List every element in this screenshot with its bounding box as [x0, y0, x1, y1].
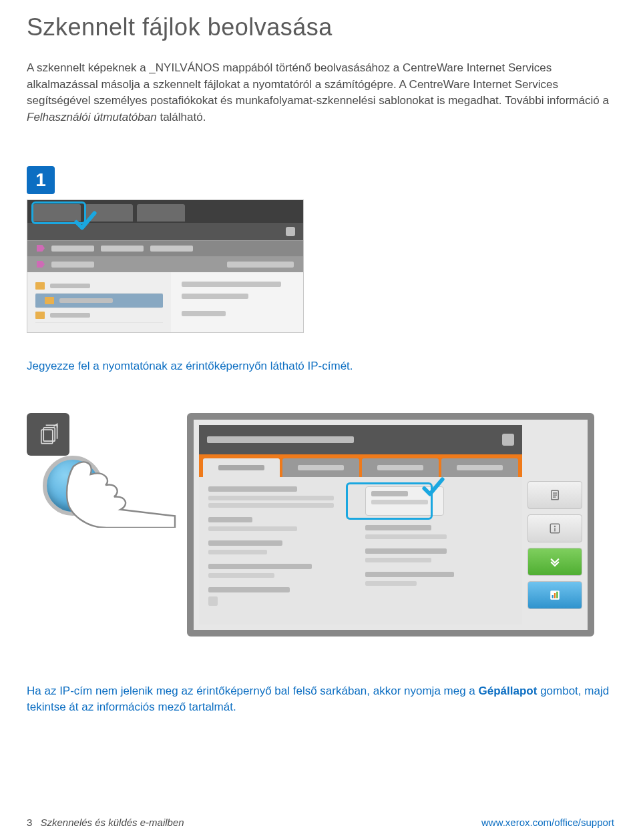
svg-rect-10 — [552, 595, 554, 598]
svg-rect-12 — [556, 591, 558, 598]
svg-rect-11 — [554, 593, 556, 598]
field-label — [365, 548, 447, 554]
webui-main — [171, 272, 303, 332]
field-value — [208, 573, 274, 578]
sidebar-label — [50, 313, 90, 318]
check-icon — [422, 477, 445, 500]
check-icon — [74, 211, 97, 234]
crumb-item — [101, 246, 144, 252]
sidebar-row[interactable] — [35, 279, 163, 294]
content-line — [182, 294, 248, 299]
field-label — [365, 525, 431, 530]
touchpanel-tab-active[interactable] — [203, 458, 280, 477]
hardware-button-illustration — [27, 413, 160, 546]
sidebar-label — [59, 298, 113, 303]
touchpanel-col-right — [365, 486, 513, 615]
field-label — [208, 540, 282, 546]
user-icon — [286, 227, 295, 236]
webui-subheader — [27, 256, 303, 272]
field-value — [208, 496, 334, 500]
touchpanel-figure — [27, 413, 614, 637]
side-button-info[interactable] — [527, 514, 582, 542]
info-icon — [548, 522, 562, 534]
side-button-down[interactable] — [527, 548, 582, 576]
touchpanel-side-buttons — [527, 425, 582, 624]
svg-point-7 — [554, 525, 556, 526]
field-label — [208, 587, 290, 592]
step2-note: Ha az IP-cím nem jelenik meg az érintőké… — [27, 683, 614, 716]
field-value — [365, 534, 447, 539]
footer-right: www.xerox.com/office/support — [481, 817, 614, 828]
tab-label — [377, 465, 423, 470]
webui-illustration — [27, 199, 304, 333]
arrow-icon — [37, 261, 45, 268]
chevron-down-icon — [548, 556, 562, 568]
arrow-icon — [37, 245, 45, 252]
touchpanel-illustration — [187, 413, 594, 637]
tab-label — [218, 465, 264, 470]
touchpanel-body — [199, 477, 522, 624]
touchpanel-main — [199, 425, 522, 624]
folder-icon — [45, 297, 54, 304]
page-title: Szkennelt fájlok beolvasása — [27, 13, 614, 41]
field-value — [208, 503, 334, 508]
doc-stack-icon — [37, 423, 59, 446]
field-label — [208, 486, 297, 492]
note2-bold: Gépállapot — [479, 685, 538, 697]
info-field — [208, 486, 356, 508]
intro-paragraph: A szkennelt képeknek a _NYILVÁNOS mappáb… — [27, 60, 614, 126]
crumb-item — [51, 262, 94, 268]
touchpanel-tab[interactable] — [441, 458, 518, 477]
tab-label — [298, 465, 344, 470]
webui-tab[interactable] — [137, 204, 185, 222]
footer-link[interactable]: www.xerox.com/office/support — [481, 817, 614, 828]
sidebar-row-selected[interactable] — [35, 294, 163, 308]
intro-text-1: A szkennelt képeknek a _NYILVÁNOS mappáb… — [27, 61, 609, 107]
hand-pointer-icon — [56, 448, 176, 528]
footer-section: Szkennelés és küldés e-mailben — [41, 817, 184, 828]
field-label — [208, 564, 312, 569]
tab-label — [457, 465, 503, 470]
webui-body — [27, 272, 303, 332]
svg-rect-8 — [554, 528, 556, 531]
info-field — [365, 572, 513, 586]
info-field — [365, 525, 513, 539]
help-icon[interactable] — [502, 434, 514, 446]
side-button-document[interactable] — [527, 481, 582, 509]
field-value — [365, 558, 431, 562]
field-label — [365, 572, 454, 577]
field-value — [208, 526, 297, 531]
info-field — [365, 548, 513, 562]
intro-text-2: található. — [157, 111, 206, 123]
field-value — [365, 581, 417, 586]
touchpanel-tab-bar — [199, 454, 522, 477]
document-icon — [548, 489, 562, 501]
footer-page-number: 3 — [27, 817, 32, 828]
content-line — [182, 282, 282, 287]
page-footer: 3 Szkennelés és küldés e-mailben www.xer… — [27, 817, 614, 828]
folder-icon — [35, 282, 45, 290]
field-value — [371, 500, 428, 504]
webui-sidebar — [27, 272, 171, 332]
intro-italic: Felhasználói útmutatóban — [27, 111, 157, 123]
touchpanel-title — [207, 436, 354, 443]
step-number-badge: 1 — [27, 166, 55, 194]
crumb-item — [227, 262, 294, 268]
info-field — [208, 564, 356, 578]
sidebar-label — [50, 284, 90, 288]
info-field — [208, 517, 356, 531]
field-value — [208, 550, 267, 554]
info-field — [208, 587, 356, 606]
touchpanel-tab[interactable] — [282, 458, 359, 477]
touchpanel-tab[interactable] — [362, 458, 439, 477]
sidebar-row[interactable] — [35, 308, 163, 323]
folder-icon — [35, 312, 45, 319]
touchpanel-header — [199, 425, 522, 454]
footer-left: 3 Szkennelés és küldés e-mailben — [27, 817, 184, 828]
side-button-chart[interactable] — [527, 581, 582, 609]
step1-note: Jegyezze fel a nyomtatónak az érintőképe… — [27, 360, 614, 373]
field-label — [208, 517, 252, 522]
webui-toolbar — [27, 223, 303, 240]
field-label — [371, 491, 408, 496]
field-value — [208, 596, 218, 606]
